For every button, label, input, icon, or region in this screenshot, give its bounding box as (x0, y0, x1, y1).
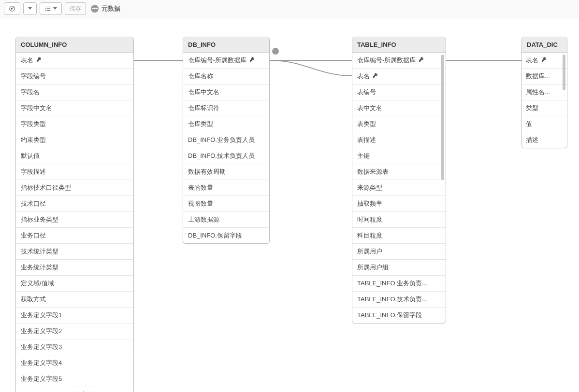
scroll-thumb[interactable] (441, 55, 444, 180)
column-row[interactable]: 数据有效周期 (183, 164, 269, 180)
save-label: 保存 (70, 6, 81, 12)
column-row[interactable]: 上游数据源 (183, 212, 269, 228)
column-row[interactable]: 业务定义字段4 (16, 355, 133, 371)
erd-canvas[interactable]: COLUMN_INFO 表名字段编号字段名字段中文名字段类型约束类型默认值字段描… (0, 17, 579, 392)
column-row[interactable]: 科目粒度 (352, 228, 446, 244)
column-row[interactable]: 描述 (522, 132, 567, 148)
column-label: 表编号 (357, 88, 376, 97)
column-row[interactable]: 表类型 (352, 116, 446, 132)
compass-dropdown[interactable] (23, 2, 37, 15)
column-row[interactable]: 仓库中文名 (183, 84, 269, 100)
column-row[interactable]: 仓库编号-所属数据库 (352, 53, 446, 69)
column-label: 数据库... (526, 72, 550, 81)
column-label: 所属用户组 (357, 263, 389, 272)
column-row[interactable]: DB_INFO.业务负责人员 (183, 132, 269, 148)
scrollbar[interactable] (441, 55, 444, 320)
column-row[interactable]: 属性名... (522, 84, 567, 100)
svg-rect-5 (47, 8, 51, 9)
column-row[interactable]: COLUMN_INFO.保留字段 (16, 387, 133, 392)
table-title: COLUMN_INFO (21, 41, 67, 48)
column-row[interactable]: 表中文名 (352, 100, 446, 116)
table-table-info[interactable]: TABLE_INFO 仓库编号-所属数据库表名表编号表中文名表类型表描述主键数据… (352, 37, 446, 323)
table-db-info[interactable]: DB_INFO 仓库编号-所属数据库仓库名称仓库中文名仓库标识符仓库类型DB_I… (183, 37, 270, 244)
column-row[interactable]: 技术统计类型 (16, 244, 133, 260)
column-row[interactable]: 所属用户组 (352, 260, 446, 276)
column-row[interactable]: 类型 (522, 100, 567, 116)
column-row[interactable]: 定义域/值域 (16, 276, 133, 292)
column-label: 数据有效周期 (188, 168, 226, 176)
metadata-label: 元数据 (101, 4, 120, 13)
column-label: 字段编号 (21, 72, 46, 81)
column-row[interactable]: 数据库... (522, 69, 567, 84)
column-row[interactable]: 字段中文名 (16, 100, 133, 116)
column-row[interactable]: 时间粒度 (352, 212, 446, 228)
table-header[interactable]: COLUMN_INFO (16, 37, 133, 53)
column-row[interactable]: 业务定义字段1 (16, 308, 133, 323)
column-row[interactable]: 获取方式 (16, 292, 133, 308)
column-row[interactable]: 仓库类型 (183, 116, 269, 132)
column-label: 视图数量 (188, 199, 213, 208)
column-row[interactable]: 表名 (352, 69, 446, 84)
column-label: 业务统计类型 (21, 263, 58, 272)
column-row[interactable]: 业务口径 (16, 228, 133, 244)
scroll-thumb[interactable] (563, 55, 565, 90)
column-row[interactable]: 字段描述 (16, 164, 133, 180)
column-row[interactable]: 业务定义字段5 (16, 371, 133, 387)
caret-down-icon (53, 7, 57, 10)
column-row[interactable]: 数据来源表 (352, 164, 446, 180)
column-row[interactable]: 仓库编号-所属数据库 (183, 53, 269, 69)
table-header[interactable]: DATA_DIC (522, 37, 567, 53)
column-row[interactable]: 来源类型 (352, 180, 446, 196)
table-header[interactable]: DB_INFO (183, 37, 269, 53)
scrollbar[interactable] (563, 55, 565, 145)
column-row[interactable]: 约束类型 (16, 132, 133, 148)
column-label: 业务定义字段1 (21, 311, 62, 320)
column-row[interactable]: 表的数量 (183, 180, 269, 196)
column-row[interactable]: DB_INFO.保留字段 (183, 228, 269, 243)
column-label: 字段中文名 (21, 104, 52, 112)
column-row[interactable]: TABLE_INFO.保留字段 (352, 308, 446, 323)
column-row[interactable]: 字段名 (16, 84, 133, 100)
column-row[interactable]: DB_INFO.技术负责人员 (183, 148, 269, 164)
column-label: 表名 (357, 72, 370, 81)
column-row[interactable]: 表名 (16, 53, 133, 69)
table-header[interactable]: TABLE_INFO (352, 37, 446, 53)
column-row[interactable]: 表描述 (352, 132, 446, 148)
column-row[interactable]: TABLE_INFO.技术负责... (352, 292, 446, 308)
column-label: 业务定义字段5 (21, 375, 62, 383)
compass-button[interactable] (4, 2, 20, 15)
save-button[interactable]: 保存 (65, 2, 86, 15)
column-row[interactable]: 视图数量 (183, 196, 269, 212)
column-row[interactable]: 表名 (522, 53, 567, 69)
metadata-icon (91, 5, 99, 13)
column-row[interactable]: 主键 (352, 148, 446, 164)
column-row[interactable]: 指标业务类型 (16, 212, 133, 228)
column-row[interactable]: 所属用户 (352, 244, 446, 260)
column-label: 来源类型 (357, 183, 382, 192)
table-data-dic[interactable]: DATA_DIC 表名数据库...属性名...类型值描述 (521, 37, 567, 148)
column-row[interactable]: 技术口径 (16, 196, 133, 212)
column-row[interactable]: 业务定义字段3 (16, 339, 133, 355)
column-row[interactable]: 值 (522, 116, 567, 132)
column-row[interactable]: 指标技术口径类型 (16, 180, 133, 196)
column-row[interactable]: 业务统计类型 (16, 260, 133, 276)
column-label: DB_INFO.业务负责人员 (188, 136, 255, 144)
column-label: 表名 (21, 56, 33, 65)
column-row[interactable]: TABLE_INFO.业务负责... (352, 276, 446, 292)
table-title: DB_INFO (188, 41, 216, 48)
svg-rect-7 (47, 10, 51, 10)
column-row[interactable]: 字段编号 (16, 69, 133, 84)
metadata-link[interactable]: 元数据 (91, 4, 120, 13)
column-row[interactable]: 字段类型 (16, 116, 133, 132)
column-label: 字段类型 (21, 120, 46, 128)
column-row[interactable]: 仓库标识符 (183, 100, 269, 116)
column-row[interactable]: 抽取频率 (352, 196, 446, 212)
column-row[interactable]: 仓库名称 (183, 69, 269, 84)
svg-rect-6 (45, 10, 46, 10)
table-column-info[interactable]: COLUMN_INFO 表名字段编号字段名字段中文名字段类型约束类型默认值字段描… (15, 37, 134, 392)
column-row[interactable]: 表编号 (352, 84, 446, 100)
column-label: 数据来源表 (357, 168, 389, 176)
column-row[interactable]: 默认值 (16, 148, 133, 164)
list-dropdown[interactable] (40, 2, 62, 15)
column-row[interactable]: 业务定义字段2 (16, 323, 133, 339)
